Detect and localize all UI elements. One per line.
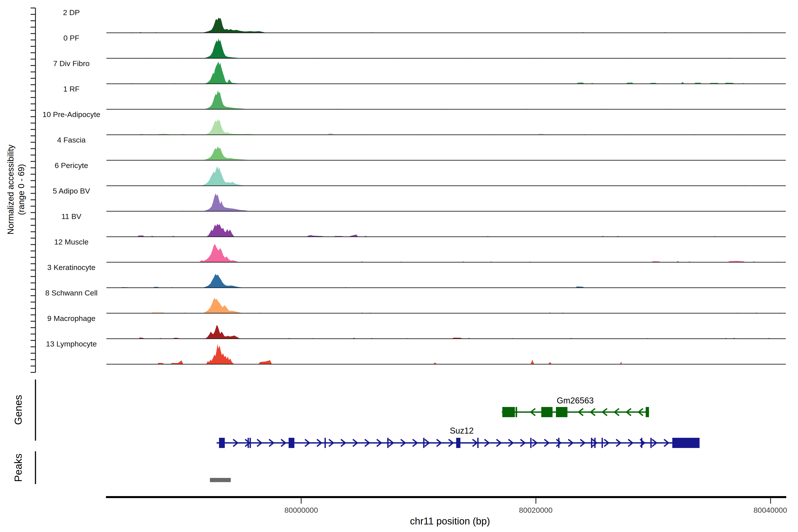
plot-canvas [0,0,798,532]
track-label-6-pericyte: 6 Pericyte [55,161,88,170]
exon-box [516,407,517,417]
x-tick-label-80020000: 80020000 [519,506,552,514]
coverage-area-6-pericyte [123,166,778,186]
track-label-10-pre-adipocyte: 10 Pre-Adipocyte [42,110,100,119]
exon-box [219,438,225,448]
track-label-0-pf: 0 PF [63,34,79,42]
coverage-area-8-schwann-cell [152,298,780,313]
exon-tick [530,438,532,448]
track-label-5-adipo-bv: 5 Adipo BV [53,187,90,195]
exon-tick [594,438,596,448]
exon-tick [602,438,603,448]
y-axis-label-line2: (range 0 - 69) [17,164,26,215]
exon-tick [641,438,642,448]
exon-tick [423,438,424,448]
coverage-area-5-adipo-bv [182,193,759,211]
exon-tick [650,438,652,448]
x-axis-line [106,496,786,498]
coverage-area-3-keratinocyte [122,274,768,288]
track-label-12-muscle: 12 Muscle [54,238,89,246]
exon-tick [324,438,326,448]
track-label-4-fascia: 4 Fascia [57,136,86,144]
exon-box [541,407,553,417]
exon-box [502,407,515,417]
x-tick-label-80040000: 80040000 [754,506,787,514]
exon-box [289,438,294,448]
exon-tick [591,438,592,448]
coverage-area-11-bv [138,224,716,237]
y-axis-label-line1: Normalized accessibility [6,145,16,234]
x-tick-label-80000000: 80000000 [284,506,318,514]
coverage-area-10-pre-adipocyte [139,119,741,135]
track-label-9-macrophage: 9 Macrophage [47,314,95,323]
coverage-area-1-rf [149,91,747,110]
track-label-13-lymphocyte: 13 Lymphocyte [46,340,97,348]
exon-box [672,438,700,448]
track-label-2-dp: 2 DP [63,8,80,17]
exon-box [556,407,568,417]
coverage-area-2-dp [131,18,747,33]
gene-label-gm26563: Gm26563 [557,396,594,405]
coverage-area-0-pf [146,39,765,58]
exon-tick [387,438,388,448]
x-axis-title: chr11 position (bp) [410,516,490,527]
exon-box [456,438,460,448]
gene-label-suz12: Suz12 [450,426,474,436]
coverage-plot-figure: Normalized accessibility (range 0 - 69) … [0,0,798,532]
track-label-11-bv: 11 BV [61,212,81,221]
genes-section-label: Genes [12,395,24,425]
coverage-area-12-muscle [199,244,778,262]
coverage-area-4-fascia [135,147,765,160]
peak-bar [210,478,231,482]
track-label-1-rf: 1 RF [63,85,80,93]
track-label-3-keratinocyte: 3 Keratinocyte [47,263,95,272]
exon-tick [558,438,559,448]
coverage-area-7-div-fibro [132,62,744,84]
coverage-area-9-macrophage [139,325,770,339]
exon-box [646,407,649,417]
track-label-7-div-fibro: 7 Div Fibro [53,59,90,68]
peaks-section-label: Peaks [12,454,24,482]
track-label-8-schwann-cell: 8 Schwann Cell [45,289,97,297]
coverage-area-13-lymphocyte [158,344,622,364]
